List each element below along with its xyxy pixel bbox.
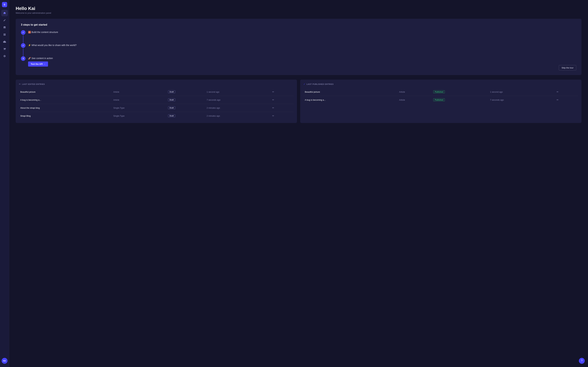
- entry-edit[interactable]: ✏: [270, 96, 294, 104]
- skip-tour-button[interactable]: Skip the tour: [559, 65, 576, 70]
- status-badge: Draft: [168, 106, 175, 109]
- table-row: Beautiful picture Article Draft 1 second…: [19, 88, 294, 96]
- sidebar-item-cloud[interactable]: [1, 39, 8, 45]
- edit-button[interactable]: ✏: [556, 90, 559, 94]
- sidebar-nav: [1, 10, 8, 358]
- last-edited-table: Beautiful picture Article Draft 1 second…: [19, 88, 294, 120]
- panels-row: ✏ LAST EDITED ENTRIES Beautiful picture …: [16, 80, 581, 123]
- last-published-table: Beautiful picture Article Published 1 se…: [303, 88, 578, 104]
- page-subtitle: Welcome to your administration panel: [16, 12, 581, 14]
- status-badge: Draft: [168, 90, 175, 93]
- entry-time: 1 second ago: [489, 88, 555, 96]
- edit-button[interactable]: ✏: [272, 106, 275, 110]
- steps-container: ✓ 🧱 Build the content structure ✓ ⚡: [21, 30, 576, 70]
- card-title: 3 steps to get started: [21, 23, 576, 26]
- step-1-content: 🧱 Build the content structure: [28, 30, 58, 39]
- entry-status: Draft: [167, 104, 205, 112]
- entry-time: 1 second ago: [205, 88, 270, 96]
- last-edited-icon: ✏: [19, 83, 21, 85]
- status-badge: Published: [433, 90, 445, 93]
- getting-started-card: 3 steps to get started ✓ 🧱 Build the con…: [16, 19, 581, 75]
- step-1-checkmark: ✓: [22, 31, 24, 33]
- table-row: A bug is becoming a... Article Draft 7 s…: [19, 96, 294, 104]
- step-3: 3 🚀 See content in action Test the API →: [21, 56, 576, 70]
- step-1: ✓ 🧱 Build the content structure: [21, 30, 576, 43]
- step-2-indicator: ✓: [21, 43, 26, 56]
- entry-time: 7 seconds ago: [205, 96, 270, 104]
- entry-type: Article: [398, 88, 432, 96]
- entry-status: Published: [432, 88, 489, 96]
- sidebar-bottom: KD: [2, 358, 8, 365]
- entry-type: Article: [112, 88, 167, 96]
- entry-time: 2 minutes ago: [205, 104, 270, 112]
- user-avatar[interactable]: KD: [2, 358, 8, 364]
- entry-name: A bug is becoming a...: [19, 96, 112, 104]
- help-button[interactable]: ?: [579, 358, 585, 364]
- edit-button[interactable]: ✏: [556, 98, 559, 102]
- last-published-title: LAST PUBLISHED ENTRIES: [307, 83, 334, 85]
- sidebar-item-home[interactable]: [1, 10, 8, 16]
- step-3-circle: 3: [21, 56, 26, 61]
- entry-status: Published: [432, 96, 489, 104]
- step-1-label: 🧱 Build the content structure: [28, 31, 58, 33]
- table-row: A bug is becoming a... Article Published…: [303, 96, 578, 104]
- test-api-button[interactable]: Test the API →: [28, 61, 48, 67]
- last-edited-header: ✏ LAST EDITED ENTRIES: [19, 83, 294, 85]
- entry-edit[interactable]: ✏: [270, 104, 294, 112]
- step-2-circle: ✓: [21, 43, 26, 48]
- entry-edit[interactable]: ✏: [270, 88, 294, 96]
- entry-status: Draft: [167, 88, 205, 96]
- step-1-circle: ✓: [21, 30, 26, 35]
- table-row: About the strapi blog Single-Type Draft …: [19, 104, 294, 112]
- last-edited-title: LAST EDITED ENTRIES: [22, 83, 45, 85]
- sidebar-item-content[interactable]: [1, 17, 8, 24]
- entry-type: Article: [112, 96, 167, 104]
- step-2-checkmark: ✓: [22, 44, 24, 47]
- step-3-indicator: 3: [21, 56, 26, 61]
- last-published-header: ✓ LAST PUBLISHED ENTRIES: [303, 83, 578, 85]
- status-badge: Draft: [168, 98, 175, 101]
- edit-button[interactable]: ✏: [272, 114, 275, 118]
- entry-edit[interactable]: ✏: [270, 112, 294, 120]
- sidebar: S KD: [0, 0, 9, 367]
- last-published-icon: ✓: [303, 83, 305, 85]
- table-row: Beautiful picture Article Published 1 se…: [303, 88, 578, 96]
- entry-time: 7 seconds ago: [489, 96, 555, 104]
- step-1-line: [23, 35, 23, 43]
- step-2: ✓ ⚡ What would you like to share with th…: [21, 43, 576, 56]
- step-2-content: ⚡ What would you like to share with the …: [28, 43, 77, 52]
- last-published-panel: ✓ LAST PUBLISHED ENTRIES Beautiful pictu…: [300, 80, 581, 123]
- entry-type: Article: [398, 96, 432, 104]
- step-3-content: 🚀 See content in action Test the API →: [28, 56, 53, 70]
- table-row: Strapi Blog Single-Type Draft 2 minutes …: [19, 112, 294, 120]
- step-3-label: 🚀 See content in action: [28, 57, 53, 59]
- sidebar-item-settings[interactable]: [1, 53, 8, 59]
- step-2-line: [23, 48, 23, 56]
- main-content: Hello Kai Welcome to your administration…: [9, 0, 588, 367]
- entry-type: Single-Type: [112, 112, 167, 120]
- sidebar-item-media[interactable]: [1, 24, 8, 31]
- entry-status: Draft: [167, 112, 205, 120]
- entry-name: About the strapi blog: [19, 104, 112, 112]
- last-edited-panel: ✏ LAST EDITED ENTRIES Beautiful picture …: [16, 80, 297, 123]
- entry-name: A bug is becoming a...: [303, 96, 398, 104]
- entry-name: Beautiful picture: [19, 88, 112, 96]
- status-badge: Published: [433, 98, 445, 101]
- page-title: Hello Kai: [16, 6, 581, 11]
- entry-time: 2 minutes ago: [205, 112, 270, 120]
- entry-type: Single-Type: [112, 104, 167, 112]
- edit-button[interactable]: ✏: [272, 98, 275, 102]
- entry-edit[interactable]: ✏: [555, 96, 578, 104]
- sidebar-item-layout[interactable]: [1, 31, 8, 38]
- entry-status: Draft: [167, 96, 205, 104]
- entry-name: Strapi Blog: [19, 112, 112, 120]
- sidebar-item-shop[interactable]: [1, 46, 8, 52]
- step-2-label: ⚡ What would you like to share with the …: [28, 44, 77, 47]
- sidebar-logo[interactable]: S: [2, 2, 7, 7]
- entry-name: Beautiful picture: [303, 88, 398, 96]
- status-badge: Draft: [168, 114, 175, 117]
- step-1-indicator: ✓: [21, 30, 26, 43]
- edit-button[interactable]: ✏: [272, 90, 275, 94]
- entry-edit[interactable]: ✏: [555, 88, 578, 96]
